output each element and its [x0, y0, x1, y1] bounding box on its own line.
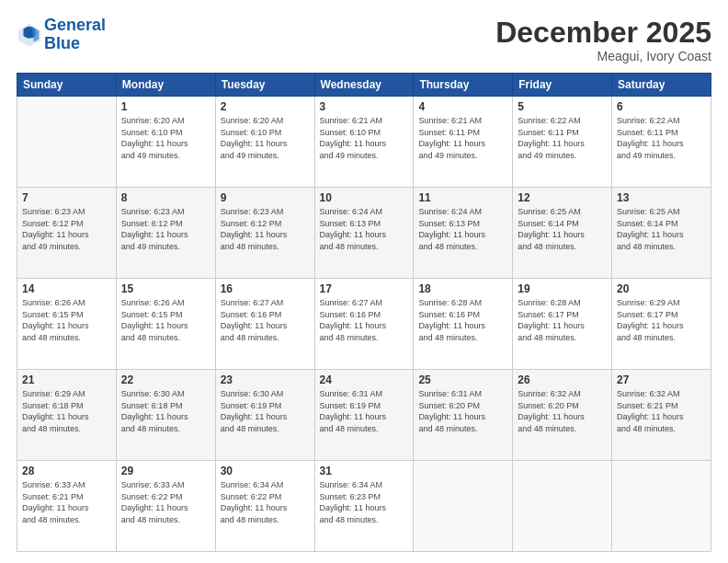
day-info: Sunrise: 6:28 AM Sunset: 6:16 PM Dayligh… — [418, 297, 507, 343]
day-number: 18 — [418, 282, 507, 295]
table-row: 3Sunrise: 6:21 AM Sunset: 6:10 PM Daylig… — [314, 97, 414, 188]
day-number: 1 — [121, 100, 210, 113]
header: General Blue December 2025 Meagui, Ivory… — [17, 17, 711, 63]
table-row: 25Sunrise: 6:31 AM Sunset: 6:20 PM Dayli… — [414, 370, 513, 461]
day-number: 3 — [320, 100, 409, 113]
day-number: 6 — [617, 100, 706, 113]
table-row — [612, 461, 711, 552]
day-number: 14 — [22, 282, 111, 295]
day-number: 26 — [518, 373, 607, 386]
table-row: 4Sunrise: 6:21 AM Sunset: 6:11 PM Daylig… — [414, 97, 513, 188]
day-number: 7 — [22, 191, 111, 204]
day-info: Sunrise: 6:29 AM Sunset: 6:18 PM Dayligh… — [22, 388, 111, 434]
day-info: Sunrise: 6:20 AM Sunset: 6:10 PM Dayligh… — [221, 115, 310, 161]
table-row: 23Sunrise: 6:30 AM Sunset: 6:19 PM Dayli… — [215, 370, 314, 461]
day-info: Sunrise: 6:34 AM Sunset: 6:23 PM Dayligh… — [320, 479, 409, 525]
col-sunday: Sunday — [17, 74, 117, 97]
calendar-week-row: 21Sunrise: 6:29 AM Sunset: 6:18 PM Dayli… — [17, 370, 711, 461]
day-info: Sunrise: 6:23 AM Sunset: 6:12 PM Dayligh… — [22, 206, 111, 252]
day-info: Sunrise: 6:31 AM Sunset: 6:19 PM Dayligh… — [320, 388, 409, 434]
day-number: 29 — [121, 465, 210, 477]
calendar-week-row: 28Sunrise: 6:33 AM Sunset: 6:21 PM Dayli… — [17, 461, 711, 552]
col-friday: Friday — [513, 74, 612, 97]
day-number: 9 — [221, 191, 310, 204]
table-row: 27Sunrise: 6:32 AM Sunset: 6:21 PM Dayli… — [612, 370, 711, 461]
day-info: Sunrise: 6:27 AM Sunset: 6:16 PM Dayligh… — [320, 297, 409, 343]
table-row: 8Sunrise: 6:23 AM Sunset: 6:12 PM Daylig… — [116, 188, 215, 279]
month-title: December 2025 — [495, 17, 711, 49]
day-number: 24 — [320, 373, 409, 386]
day-number: 10 — [320, 191, 409, 204]
day-number: 27 — [617, 373, 706, 386]
table-row: 29Sunrise: 6:33 AM Sunset: 6:22 PM Dayli… — [116, 461, 215, 552]
day-number: 19 — [518, 282, 607, 295]
calendar-week-row: 1Sunrise: 6:20 AM Sunset: 6:10 PM Daylig… — [17, 97, 711, 188]
logo-icon — [17, 22, 42, 48]
table-row: 19Sunrise: 6:28 AM Sunset: 6:17 PM Dayli… — [513, 279, 612, 370]
page: General Blue December 2025 Meagui, Ivory… — [0, 0, 728, 563]
day-number: 12 — [518, 191, 607, 204]
table-row: 21Sunrise: 6:29 AM Sunset: 6:18 PM Dayli… — [17, 370, 117, 461]
table-row: 17Sunrise: 6:27 AM Sunset: 6:16 PM Dayli… — [314, 279, 414, 370]
table-row — [17, 97, 117, 188]
day-number: 30 — [221, 465, 310, 477]
table-row: 1Sunrise: 6:20 AM Sunset: 6:10 PM Daylig… — [116, 97, 215, 188]
table-row: 22Sunrise: 6:30 AM Sunset: 6:18 PM Dayli… — [116, 370, 215, 461]
table-row: 20Sunrise: 6:29 AM Sunset: 6:17 PM Dayli… — [612, 279, 711, 370]
day-info: Sunrise: 6:21 AM Sunset: 6:11 PM Dayligh… — [418, 115, 507, 161]
logo-blue: Blue — [44, 34, 80, 52]
day-info: Sunrise: 6:30 AM Sunset: 6:18 PM Dayligh… — [121, 388, 210, 434]
table-row: 13Sunrise: 6:25 AM Sunset: 6:14 PM Dayli… — [612, 188, 711, 279]
day-info: Sunrise: 6:25 AM Sunset: 6:14 PM Dayligh… — [617, 206, 706, 252]
day-number: 16 — [221, 282, 310, 295]
table-row: 5Sunrise: 6:22 AM Sunset: 6:11 PM Daylig… — [513, 97, 612, 188]
table-row — [513, 461, 612, 552]
logo: General Blue — [17, 17, 106, 53]
day-info: Sunrise: 6:22 AM Sunset: 6:11 PM Dayligh… — [617, 115, 706, 161]
table-row: 9Sunrise: 6:23 AM Sunset: 6:12 PM Daylig… — [215, 188, 314, 279]
day-info: Sunrise: 6:31 AM Sunset: 6:20 PM Dayligh… — [418, 388, 507, 434]
day-number: 25 — [418, 373, 507, 386]
day-info: Sunrise: 6:20 AM Sunset: 6:10 PM Dayligh… — [121, 115, 210, 161]
day-number: 31 — [320, 465, 409, 477]
day-number: 22 — [121, 373, 210, 386]
day-number: 4 — [418, 100, 507, 113]
day-info: Sunrise: 6:30 AM Sunset: 6:19 PM Dayligh… — [221, 388, 310, 434]
table-row: 2Sunrise: 6:20 AM Sunset: 6:10 PM Daylig… — [215, 97, 314, 188]
title-section: December 2025 Meagui, Ivory Coast — [495, 17, 711, 63]
table-row: 11Sunrise: 6:24 AM Sunset: 6:13 PM Dayli… — [414, 188, 513, 279]
day-info: Sunrise: 6:23 AM Sunset: 6:12 PM Dayligh… — [121, 206, 210, 252]
day-info: Sunrise: 6:21 AM Sunset: 6:10 PM Dayligh… — [320, 115, 409, 161]
table-row: 6Sunrise: 6:22 AM Sunset: 6:11 PM Daylig… — [612, 97, 711, 188]
day-info: Sunrise: 6:33 AM Sunset: 6:22 PM Dayligh… — [121, 479, 210, 525]
calendar-week-row: 14Sunrise: 6:26 AM Sunset: 6:15 PM Dayli… — [17, 279, 711, 370]
col-tuesday: Tuesday — [215, 74, 314, 97]
day-info: Sunrise: 6:22 AM Sunset: 6:11 PM Dayligh… — [518, 115, 607, 161]
day-info: Sunrise: 6:24 AM Sunset: 6:13 PM Dayligh… — [320, 206, 409, 252]
day-info: Sunrise: 6:25 AM Sunset: 6:14 PM Dayligh… — [518, 206, 607, 252]
calendar-table: Sunday Monday Tuesday Wednesday Thursday… — [17, 73, 711, 552]
calendar-header-row: Sunday Monday Tuesday Wednesday Thursday… — [17, 74, 711, 97]
day-number: 20 — [617, 282, 706, 295]
table-row: 30Sunrise: 6:34 AM Sunset: 6:22 PM Dayli… — [215, 461, 314, 552]
day-number: 5 — [518, 100, 607, 113]
day-info: Sunrise: 6:23 AM Sunset: 6:12 PM Dayligh… — [221, 206, 310, 252]
day-number: 23 — [221, 373, 310, 386]
col-thursday: Thursday — [414, 74, 513, 97]
table-row — [414, 461, 513, 552]
col-monday: Monday — [116, 74, 215, 97]
table-row: 15Sunrise: 6:26 AM Sunset: 6:15 PM Dayli… — [116, 279, 215, 370]
table-row: 28Sunrise: 6:33 AM Sunset: 6:21 PM Dayli… — [17, 461, 117, 552]
day-info: Sunrise: 6:26 AM Sunset: 6:15 PM Dayligh… — [121, 297, 210, 343]
day-info: Sunrise: 6:27 AM Sunset: 6:16 PM Dayligh… — [221, 297, 310, 343]
table-row: 14Sunrise: 6:26 AM Sunset: 6:15 PM Dayli… — [17, 279, 117, 370]
day-number: 21 — [22, 373, 111, 386]
table-row: 16Sunrise: 6:27 AM Sunset: 6:16 PM Dayli… — [215, 279, 314, 370]
day-number: 8 — [121, 191, 210, 204]
logo-general: General — [44, 16, 106, 34]
day-number: 15 — [121, 282, 210, 295]
day-info: Sunrise: 6:32 AM Sunset: 6:21 PM Dayligh… — [617, 388, 706, 434]
location: Meagui, Ivory Coast — [495, 49, 711, 63]
logo-text: General Blue — [44, 17, 106, 53]
day-number: 17 — [320, 282, 409, 295]
